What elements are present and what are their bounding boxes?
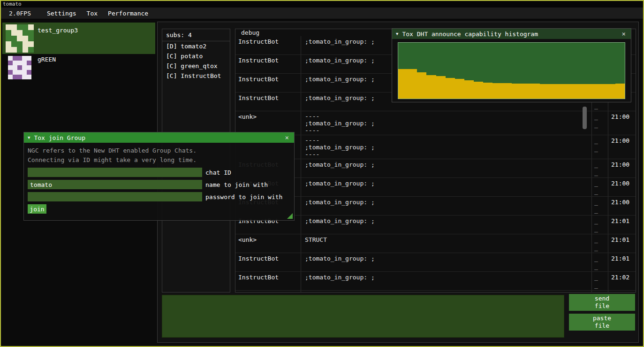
- ngc-info-line: NGC refers to the New DHT enabled Group …: [28, 146, 290, 155]
- connect-info-line: Connecting via ID might take a very long…: [28, 155, 290, 165]
- group-name: test_group3: [38, 27, 78, 54]
- join-dialog-titlebar: ▼ Tox join Group ×: [24, 132, 294, 143]
- join-password-input[interactable]: [28, 192, 202, 201]
- paste-file-button[interactable]: paste file: [569, 314, 635, 331]
- histogram-bar: [455, 79, 464, 99]
- histogram-bar: [577, 84, 587, 99]
- histogram-bar: [549, 84, 559, 99]
- message-time: 21:00: [608, 178, 636, 196]
- chat-message-row: <unk>---- ;tomato_in_group: ; ----_ _21:…: [235, 111, 636, 135]
- message-author: <unk>: [235, 111, 301, 135]
- group-avatar: [6, 24, 34, 53]
- chat-id-label: chat ID: [205, 169, 231, 176]
- join-password-label: password to join with: [205, 193, 282, 200]
- chat-id-input[interactable]: [28, 168, 202, 177]
- chat-message-row: InstructBot;tomato_in_group: ;_ _21:02: [235, 272, 636, 291]
- scrollbar-thumb[interactable]: [583, 107, 587, 129]
- window-titlebar: tomato: [1, 1, 643, 8]
- join-group-dialog: ▼ Tox join Group × NGC refers to the New…: [23, 132, 295, 221]
- histogram-bar: [521, 84, 530, 99]
- message-flags: _ _: [592, 216, 608, 234]
- resize-grip[interactable]: [287, 213, 293, 219]
- message-flags: _ _: [592, 111, 608, 135]
- menu-performance[interactable]: Performance: [103, 8, 153, 18]
- close-icon[interactable]: ×: [284, 134, 290, 141]
- histogram-bar: [615, 84, 625, 99]
- message-author: InstructBot: [235, 55, 301, 73]
- message-flags: _ _: [592, 135, 608, 159]
- chat-message-row: InstructBot;tomato_in_group: ;_ _21:00: [235, 178, 636, 197]
- member-green_qtox[interactable]: [C] green_qtox: [162, 61, 230, 71]
- histogram-bar: [446, 78, 455, 99]
- histogram-bar: [408, 69, 417, 99]
- message-author: <unk>: [235, 234, 301, 253]
- histogram-bar: [512, 84, 521, 99]
- window-title: tomato: [3, 1, 22, 7]
- message-text: ;tomato_in_group: ;: [301, 197, 592, 215]
- histogram-bar: [568, 84, 577, 99]
- message-text: ;tomato_in_group: ;: [301, 178, 592, 196]
- message-time: 21:02: [608, 291, 636, 292]
- message-flags: _ _: [592, 291, 608, 292]
- join-button[interactable]: join: [28, 204, 46, 214]
- message-text: STRUCT: [301, 234, 592, 253]
- group-item-test_group3[interactable]: test_group3: [2, 23, 155, 54]
- collapse-icon[interactable]: ▼: [28, 135, 30, 140]
- collapse-icon[interactable]: ▼: [396, 31, 398, 36]
- menu-bar: 2.0FPS Settings Tox Performance: [1, 8, 643, 19]
- message-author: InstructBot: [235, 36, 301, 54]
- histogram-bar: [492, 83, 502, 99]
- message-flags: _ _: [592, 197, 608, 215]
- chat-message-row: InstructBot;tomato_in_group: ;_ _21:01: [235, 253, 636, 272]
- histogram-bar: [436, 76, 446, 99]
- message-time: 21:01: [608, 253, 636, 271]
- tab-debug[interactable]: debug: [241, 29, 259, 36]
- chat-message-row: <unk>---- ;tomato_in_group: ; ----_ _21:…: [235, 135, 636, 159]
- message-text: ---- ;tomato_in_group: ; ----: [301, 135, 592, 159]
- menu-tox[interactable]: Tox: [82, 8, 103, 18]
- menu-settings[interactable]: Settings: [42, 8, 82, 18]
- message-time: 21:02: [608, 272, 636, 290]
- message-flags: _ _: [592, 253, 608, 271]
- chat-message-row: InstructBot;tomato_in_group: ;_ _21:00: [235, 159, 636, 178]
- group-item-green[interactable]: gREEN: [2, 55, 155, 86]
- histogram-plot: [398, 42, 625, 99]
- join-password-row: password to join with: [28, 192, 290, 201]
- message-flags: _ _: [592, 178, 608, 196]
- histogram-bar: [464, 80, 474, 99]
- message-text: ---- ;tomato_in_group: ; ----: [301, 111, 592, 135]
- message-author: InstructBot: [235, 253, 301, 271]
- histogram-bar: [398, 69, 408, 99]
- histogram-bar: [483, 83, 492, 99]
- message-flags: _ _: [592, 234, 608, 253]
- message-text: ;tomato_in_group: ;: [301, 159, 592, 177]
- subs-count: subs: 4: [162, 29, 230, 41]
- member-instructbot[interactable]: [C] InstructBot: [162, 71, 230, 81]
- histogram-bar: [474, 82, 483, 99]
- fps-counter: 2.0FPS: [4, 8, 36, 18]
- chat-message-row: InstructBot;tomato_in_group: ;_ _21:00: [235, 197, 636, 216]
- message-time: 21:00: [608, 135, 636, 159]
- message-author: InstructBot: [235, 74, 301, 92]
- histogram-bar: [559, 84, 568, 99]
- chat-message-row: InstructBot;tomato_in_group: ;_ _21:02: [235, 291, 636, 292]
- message-text: ;tomato_in_group: ;: [301, 216, 592, 234]
- message-author: InstructBot: [235, 291, 301, 292]
- histogram-bar: [502, 83, 511, 99]
- member-tomato2[interactable]: [D] tomato2: [162, 41, 230, 51]
- message-author: InstructBot: [235, 93, 301, 111]
- close-icon[interactable]: ×: [621, 30, 627, 38]
- histogram-bar: [597, 84, 606, 99]
- histogram-title: Tox DHT announce capability histogram: [402, 31, 538, 38]
- message-input[interactable]: [162, 295, 564, 338]
- join-name-label: name to join with: [205, 181, 268, 188]
- group-avatar: [8, 56, 31, 79]
- histogram-titlebar: ▼ Tox DHT announce capability histogram …: [392, 29, 631, 39]
- message-time: 21:00: [608, 159, 636, 177]
- join-name-input[interactable]: [28, 180, 202, 189]
- chat-id-row: chat ID: [28, 168, 290, 177]
- send-file-button[interactable]: send file: [569, 294, 635, 311]
- histogram-bar: [426, 75, 436, 99]
- histogram-bar: [540, 84, 549, 99]
- member-potato[interactable]: [C] potato: [162, 51, 230, 61]
